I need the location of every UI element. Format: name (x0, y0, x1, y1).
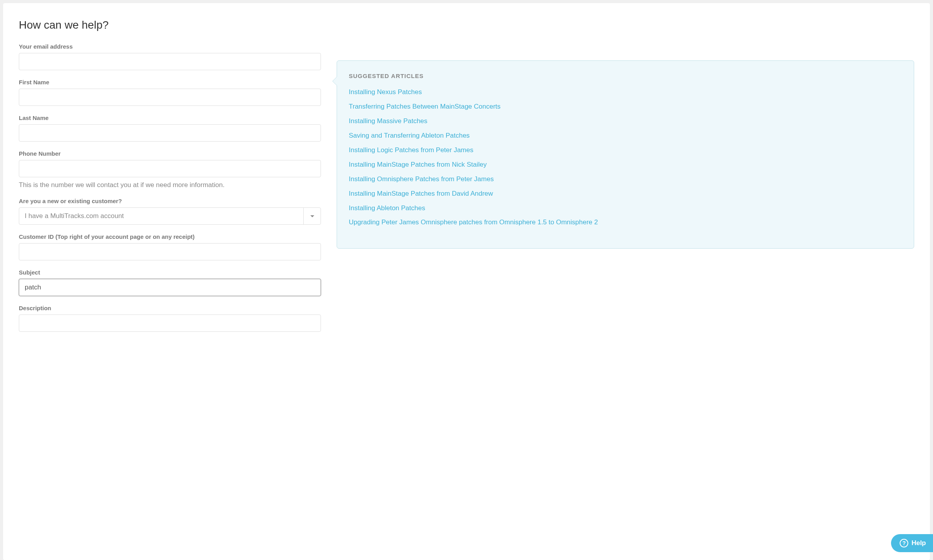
suggested-item: Installing Ableton Patches (349, 204, 902, 213)
last-name-label: Last Name (19, 115, 321, 121)
panel-arrow-icon (332, 76, 337, 86)
suggested-item: Installing MainStage Patches from Nick S… (349, 160, 902, 169)
form-group-last-name: Last Name (19, 115, 321, 142)
suggested-articles-panel: Suggested Articles Installing Nexus Patc… (337, 60, 914, 249)
suggested-item: Installing Omnisphere Patches from Peter… (349, 175, 902, 184)
phone-hint: This is the number we will contact you a… (19, 181, 321, 189)
form-group-customer-type: Are you a new or existing customer? I ha… (19, 198, 321, 225)
suggested-item: Upgrading Peter James Omnisphere patches… (349, 218, 902, 227)
form-column: Your email address First Name Last Name … (19, 43, 321, 340)
suggested-link[interactable]: Installing MainStage Patches from Nick S… (349, 161, 487, 168)
help-icon: ? (900, 539, 908, 547)
form-group-customer-id: Customer ID (Top right of your account p… (19, 233, 321, 260)
suggested-link[interactable]: Installing Omnisphere Patches from Peter… (349, 175, 494, 183)
sidebar-column: Suggested Articles Installing Nexus Patc… (337, 43, 914, 340)
customer-type-label: Are you a new or existing customer? (19, 198, 321, 204)
suggested-item: Saving and Transferring Ableton Patches (349, 131, 902, 140)
suggested-item: Installing Massive Patches (349, 117, 902, 126)
customer-type-toggle (303, 208, 321, 224)
description-label: Description (19, 305, 321, 311)
suggested-link[interactable]: Upgrading Peter James Omnisphere patches… (349, 218, 598, 226)
page-container: How can we help? Your email address Firs… (3, 3, 930, 560)
form-group-email: Your email address (19, 43, 321, 70)
suggested-item: Installing MainStage Patches from David … (349, 189, 902, 198)
suggested-link[interactable]: Installing Logic Patches from Peter Jame… (349, 146, 473, 154)
caret-down-icon (310, 215, 314, 217)
suggested-articles-list: Installing Nexus Patches Transferring Pa… (349, 88, 902, 227)
suggested-item: Installing Nexus Patches (349, 88, 902, 97)
suggested-link[interactable]: Installing Ableton Patches (349, 204, 425, 212)
customer-type-select[interactable]: I have a MultiTracks.com account (19, 207, 321, 225)
help-widget-button[interactable]: ? Help (891, 534, 933, 552)
form-group-phone: Phone Number This is the number we will … (19, 150, 321, 189)
suggested-link[interactable]: Installing MainStage Patches from David … (349, 190, 493, 197)
content-wrapper: Your email address First Name Last Name … (19, 43, 914, 340)
first-name-input[interactable] (19, 89, 321, 106)
page-title: How can we help? (19, 19, 914, 31)
customer-id-label: Customer ID (Top right of your account p… (19, 233, 321, 240)
suggested-link[interactable]: Transferring Patches Between MainStage C… (349, 103, 501, 110)
email-input[interactable] (19, 53, 321, 70)
suggested-articles-title: Suggested Articles (349, 73, 902, 79)
description-input[interactable] (19, 315, 321, 332)
first-name-label: First Name (19, 79, 321, 85)
form-group-subject: Subject (19, 269, 321, 296)
form-group-description: Description (19, 305, 321, 332)
phone-label: Phone Number (19, 150, 321, 157)
suggested-item: Installing Logic Patches from Peter Jame… (349, 146, 902, 155)
subject-label: Subject (19, 269, 321, 276)
customer-id-input[interactable] (19, 243, 321, 260)
form-group-first-name: First Name (19, 79, 321, 106)
subject-input[interactable] (19, 279, 321, 296)
suggested-link[interactable]: Saving and Transferring Ableton Patches (349, 132, 470, 139)
last-name-input[interactable] (19, 124, 321, 142)
email-label: Your email address (19, 43, 321, 50)
suggested-item: Transferring Patches Between MainStage C… (349, 102, 902, 111)
suggested-link[interactable]: Installing Nexus Patches (349, 88, 422, 96)
help-widget-label: Help (911, 539, 926, 547)
suggested-link[interactable]: Installing Massive Patches (349, 117, 427, 125)
phone-input[interactable] (19, 160, 321, 177)
customer-type-value: I have a MultiTracks.com account (19, 208, 303, 224)
